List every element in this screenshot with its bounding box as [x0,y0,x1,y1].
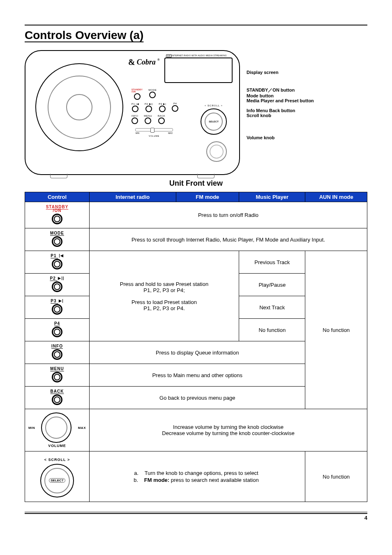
menu-desc: Press to Main menu and other options [90,364,305,387]
ctrl-mode: MODE [25,228,90,251]
volume-knob [206,141,227,162]
p1-music: Previous Track [239,251,305,274]
next-track-icon: ▶| [59,299,64,303]
ring-icon [52,214,62,224]
ctrl-menu: MENU [25,364,90,387]
volume-desc: Increase volume by turning the knob cloc… [90,409,367,451]
page-title: Controls Overview (a) [25,29,367,42]
btn-p3: P3 ▶| [159,102,166,112]
callout-media: Media Player and Preset button [247,98,367,103]
ring-icon [52,394,62,405]
ctrl-p2: P2 ▶|| [25,274,90,296]
callout-volume: Volume knob [247,135,367,140]
callouts: Display screen STANDBY／ON button Mode bu… [247,50,367,140]
info-desc: Press to display Queue information [90,341,305,364]
btn-back: BACK [158,115,165,124]
btn-menu: MENU [144,115,152,124]
ring-icon [52,372,62,382]
btn-mode: MODE [148,89,157,100]
ctrl-scroll: < SCROLL > SELECT [25,451,90,502]
btn-info: INFO [131,115,138,124]
screen-caption: INTERNET RADIO WITH AUDIO MEDIA STREAMIN… [172,54,227,57]
rule-top [25,25,367,25]
aux-no-function: No function [305,251,367,409]
btn-standby: STANDBY/ON [131,89,143,100]
ring-icon [52,349,62,360]
ring-icon [52,236,62,247]
ring-icon [52,281,62,292]
wifi-tag: WiFi [166,54,172,58]
col-internet: Internet radio [90,192,176,202]
col-aux: AUN IN mode [305,192,367,202]
prev-track-icon: |◀ [59,253,64,258]
device-outline: &Cobra® WiFi INTERNET RADIO WITH AUDIO M… [25,50,240,175]
col-music: Music Player [239,192,305,202]
btn-p1: P1 |◀ [131,102,139,112]
callout-mode: Mode button [247,93,367,98]
ctrl-info: INFO [25,341,90,364]
standby-desc: Press to turn on/off Radio [90,202,367,228]
page-number: 4 [25,515,367,521]
scroll-aux: No function [305,451,367,502]
p4-music: No function [239,319,305,341]
ctrl-p4: P4 [25,319,90,341]
device-figure: &Cobra® WiFi INTERNET RADIO WITH AUDIO M… [25,50,367,175]
preset-desc: Press and hold to save Preset station P1… [90,251,239,341]
btn-p2: P2 ▶|| [145,102,153,112]
speaker [35,63,123,151]
callout-imb: Info Menu Back button [247,108,367,113]
ctrl-standby: STANDBY /ON [25,202,90,228]
footer: 4 [25,512,367,521]
display-screen: WiFi INTERNET RADIO WITH AUDIO MEDIA STR… [164,58,233,83]
ctrl-p1: P1 |◀ [25,251,90,274]
scroll-knob: < SCROLL > SELECT [201,104,227,135]
controls-table: Control Internet radio FM mode Music Pla… [25,192,367,502]
ring-icon [52,259,62,269]
play-pause-icon: ▶|| [58,276,64,280]
p3-music: Next Track [239,296,305,319]
scroll-desc: a.Turn the knob to change options, press… [90,451,305,502]
back-desc: Go back to previous menu page [90,387,305,409]
btn-p4: P4 [172,102,178,112]
col-control: Control [25,192,90,202]
page: Controls Overview (a) &Cobra® WiFi INTER… [0,0,392,555]
ring-icon [52,327,62,337]
ctrl-back: BACK [25,387,90,409]
callout-display: Display screen [247,70,367,75]
callout-standby: STANDBY／ON button [247,87,367,93]
figure-caption: Unit Front view [25,179,367,188]
p2-music: Play/Pause [239,274,305,296]
mode-desc: Press to scroll through Internet Radio, … [90,228,367,251]
scroll-dial-icon: SELECT [40,464,74,497]
col-fm: FM mode [176,192,239,202]
callout-scroll: Scroll knob [247,113,367,118]
ctrl-volume: MIN MAX VOLUME [25,409,90,451]
volume-slider: MINMAX VOLUME [136,128,173,137]
volume-dial-icon [41,412,71,443]
ctrl-p3: P3 ▶| [25,296,90,319]
ring-icon [52,304,62,315]
